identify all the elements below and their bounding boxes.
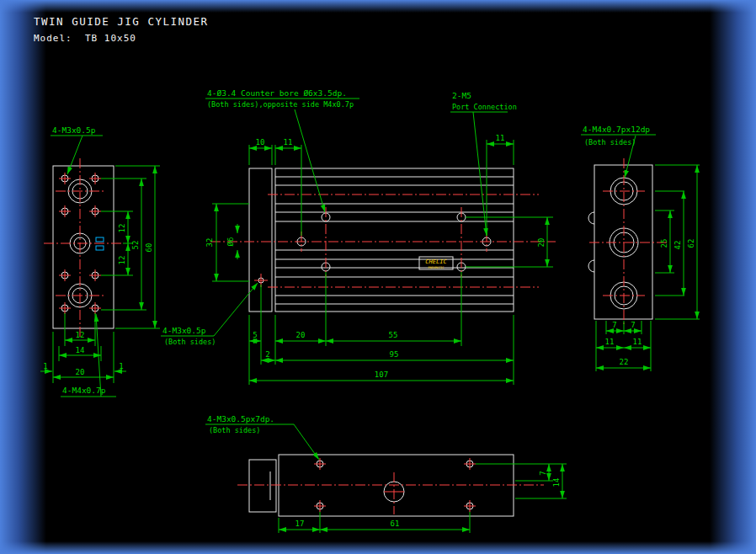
sensor-slot-mark bbox=[96, 246, 104, 250]
label-counterbore-line2: (Both sides),opposite side M4x0.7p bbox=[207, 100, 354, 109]
dim-17: 17 bbox=[295, 519, 305, 528]
bottom-view-dimensions: 7 14 17 61 4-M3x0.5px7dp. (Both sides) bbox=[205, 414, 567, 533]
dim-11-right: 11 bbox=[496, 134, 505, 142]
label-m4-right-line2: (Both sides) bbox=[584, 138, 636, 146]
dim-7-bottomview: 7 bbox=[539, 471, 547, 475]
dim-14-width: 14 bbox=[76, 346, 85, 354]
dim-20: 20 bbox=[296, 331, 306, 339]
label-m3-bottomview-line1: 4-M3x0.5px7dp. bbox=[207, 414, 274, 423]
dim-7a: 7 bbox=[612, 321, 616, 329]
dim-2: 2 bbox=[265, 350, 269, 359]
dim-25: 25 bbox=[660, 239, 668, 248]
label-m4-bottom: 4-M4x0.7p bbox=[62, 386, 106, 395]
dim-12-width: 12 bbox=[76, 331, 85, 339]
dim-11-left: 11 bbox=[284, 138, 293, 146]
dim-62: 62 bbox=[687, 239, 695, 248]
label-port-line2: Port Connection bbox=[452, 103, 517, 111]
right-end-view-geometry bbox=[588, 158, 667, 327]
dim-107: 107 bbox=[375, 370, 388, 379]
drawing-canvas: 12 12 52 60 12 14 20 1 1 4-M3x0.5p 4-M4x… bbox=[0, 0, 756, 554]
dim-1-left: 1 bbox=[43, 362, 47, 370]
label-port-line1: 2-M5 bbox=[452, 91, 471, 100]
label-m3-front-line1: 4-M3x0.5p bbox=[162, 326, 206, 335]
front-view-geometry: CHELIC PNEUMATIC bbox=[210, 168, 556, 312]
dim-10: 10 bbox=[256, 138, 265, 146]
label-m3-front-line2: (Both sides) bbox=[164, 338, 216, 346]
dim-11b: 11 bbox=[633, 338, 642, 346]
dim-42: 42 bbox=[673, 241, 682, 250]
dim-1-right: 1 bbox=[119, 362, 123, 370]
dim-dia6: Ø6 bbox=[226, 237, 235, 247]
nameplate-sub: PNEUMATIC bbox=[429, 266, 445, 269]
dim-7b: 7 bbox=[631, 321, 635, 329]
dim-60: 60 bbox=[145, 243, 153, 253]
dim-12a: 12 bbox=[118, 224, 126, 233]
dim-11a: 11 bbox=[605, 338, 615, 346]
label-counterbore-line1: 4-Ø3.4 Counter bore Ø6x3.5dp. bbox=[207, 88, 347, 98]
dim-52: 52 bbox=[131, 241, 140, 250]
front-view-dimensions: 10 11 11 32 Ø6 20 5 20 55 2 95 107 4-Ø3.… bbox=[161, 88, 553, 385]
nameplate-brand: CHELIC bbox=[425, 258, 447, 265]
dim-12b: 12 bbox=[118, 256, 126, 265]
dim-95: 95 bbox=[390, 350, 399, 359]
dim-22: 22 bbox=[620, 358, 629, 366]
label-m3-bottomview-line2: (Both sides) bbox=[209, 426, 260, 434]
dim-20-vertical: 20 bbox=[537, 238, 546, 248]
right-end-view-dimensions: 25 42 62 7 7 11 11 22 4-M4x0.7px12dp (Bo… bbox=[581, 125, 700, 371]
dim-55: 55 bbox=[389, 331, 398, 339]
sensor-slot-mark bbox=[96, 237, 104, 242]
label-m4-right-line1: 4-M4x0.7px12dp bbox=[583, 125, 650, 134]
cad-viewport: TWIN GUIDE JIG CYLINDER Model: TB 10x50 bbox=[0, 0, 756, 554]
dim-61: 61 bbox=[391, 519, 400, 528]
dim-32: 32 bbox=[205, 238, 214, 248]
dim-20-width: 20 bbox=[76, 368, 85, 376]
dim-14-bottomview: 14 bbox=[552, 478, 561, 487]
dim-5: 5 bbox=[253, 331, 257, 339]
label-m3-top: 4-M3x0.5p bbox=[52, 125, 96, 135]
